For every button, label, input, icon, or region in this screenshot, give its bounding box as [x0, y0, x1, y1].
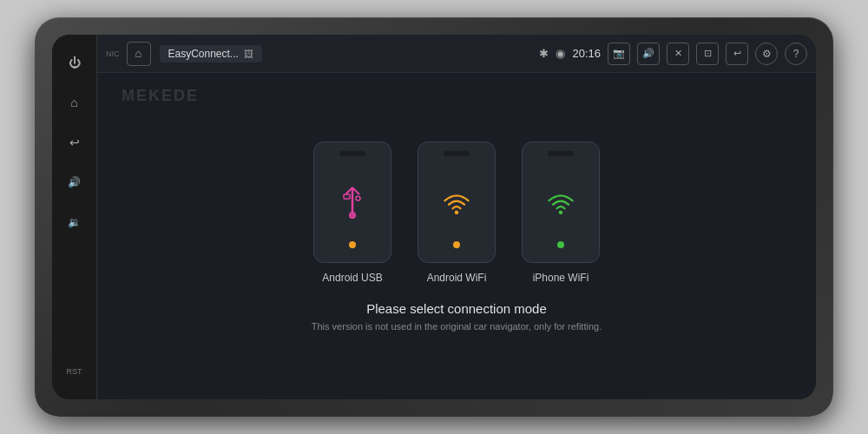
app-title-text: EasyConnect...: [168, 48, 239, 60]
status-right: ✱ ◉ 20:16 📷 🔊 ✕ ⊡ ↩ ⚙ ?: [539, 43, 807, 65]
android-usb-label: Android USB: [322, 272, 382, 284]
camera-button[interactable]: 📷: [608, 43, 630, 65]
message-area: Please select connection mode This versi…: [312, 301, 602, 332]
android-wifi-indicator: [453, 241, 460, 248]
vol-up-button[interactable]: 🔊: [61, 168, 89, 196]
svg-rect-3: [344, 194, 350, 199]
power-button[interactable]: ⏻: [61, 49, 89, 76]
status-time: 20:16: [572, 47, 601, 60]
volume-button[interactable]: 🔊: [637, 43, 660, 65]
rst-button[interactable]: rst: [61, 358, 89, 385]
svg-point-9: [559, 210, 563, 214]
android-wifi-icon: [441, 187, 472, 218]
android-usb-option[interactable]: Android USB: [313, 141, 391, 284]
iphone-wifi-indicator: [557, 241, 564, 248]
android-usb-card: [313, 141, 391, 263]
settings-button[interactable]: ⚙: [755, 43, 778, 65]
message-title: Please select connection mode: [312, 301, 602, 316]
android-wifi-label: Android WiFi: [427, 272, 487, 284]
status-app-area: EasyConnect... 🖼: [160, 45, 535, 62]
iphone-wifi-icon: [545, 187, 576, 218]
bluetooth-icon: ✱: [539, 47, 549, 60]
mic-label: NIC: [106, 49, 120, 58]
app-image-icon: 🖼: [244, 49, 253, 59]
android-wifi-option[interactable]: Android WiFi: [418, 141, 496, 284]
close-button[interactable]: ✕: [667, 43, 689, 65]
window-button[interactable]: ⊡: [696, 43, 719, 65]
watermark: MEKEDE: [122, 87, 199, 105]
svg-point-8: [455, 210, 459, 214]
android-usb-indicator: [349, 241, 356, 248]
iphone-wifi-option[interactable]: iPhone WiFi: [522, 141, 600, 284]
status-home-button[interactable]: ⌂: [127, 42, 151, 66]
home-button[interactable]: ⌂: [61, 89, 89, 116]
main-screen: NIC ⌂ EasyConnect... 🖼 ✱ ◉ 20:16 📷 🔊 ✕ ⊡: [97, 35, 816, 399]
message-subtitle: This version is not used in the original…: [312, 321, 602, 332]
side-panel: ⏻ ⌂ ↩ 🔊 🔉 rst: [52, 35, 97, 399]
iphone-wifi-label: iPhone WiFi: [533, 272, 589, 284]
connection-options: Android USB And: [313, 141, 600, 284]
iphone-wifi-card: [522, 141, 600, 263]
app-title-bar[interactable]: EasyConnect... 🖼: [160, 45, 262, 62]
back-button[interactable]: ↩: [61, 128, 89, 156]
android-wifi-card: [418, 141, 496, 263]
device-inner: ⏻ ⌂ ↩ 🔊 🔉 rst NIC ⌂ EasyConnect... 🖼: [52, 35, 816, 399]
device-outer: ⏻ ⌂ ↩ 🔊 🔉 rst NIC ⌂ EasyConnect... 🖼: [35, 17, 833, 417]
status-bar: NIC ⌂ EasyConnect... 🖼 ✱ ◉ 20:16 📷 🔊 ✕ ⊡: [97, 35, 816, 73]
vol-down-button[interactable]: 🔉: [61, 208, 89, 236]
usb-icon: [337, 181, 368, 224]
content-area: MEKEDE: [97, 73, 816, 399]
location-icon: ◉: [556, 47, 565, 60]
back-nav-button[interactable]: ↩: [726, 43, 748, 65]
help-button[interactable]: ?: [785, 43, 807, 65]
svg-rect-4: [356, 196, 360, 201]
